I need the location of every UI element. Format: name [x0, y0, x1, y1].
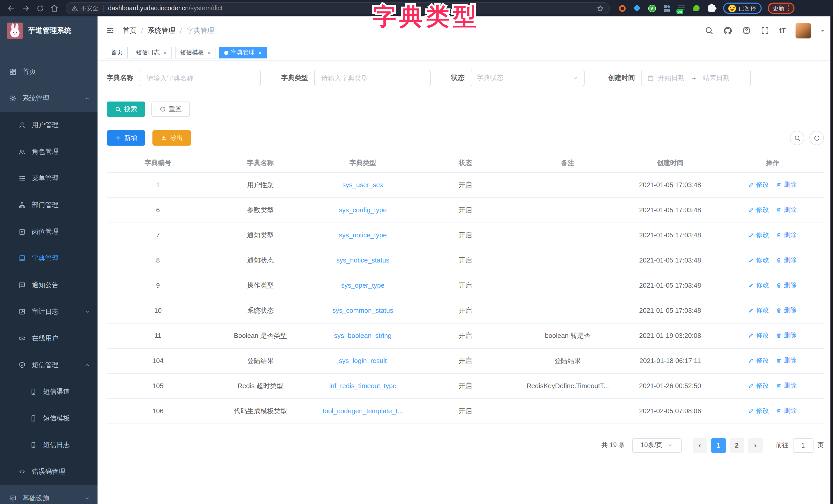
dict-type-link[interactable]: sys_boolean_string	[334, 332, 391, 339]
delete-link[interactable]: 删除	[776, 281, 796, 290]
dict-type-link[interactable]: sys_login_result	[339, 357, 387, 364]
extension-green-v-icon[interactable]: v	[648, 4, 656, 12]
window-scrollbar[interactable]	[830, 17, 833, 504]
delete-link[interactable]: 删除	[776, 407, 796, 415]
extension-grid-icon[interactable]	[663, 4, 671, 12]
sidebar-item[interactable]: 菜单管理	[0, 165, 97, 192]
tab-item[interactable]: 短信模板×	[175, 47, 216, 58]
page-size-select[interactable]: 10条/页	[632, 438, 681, 452]
edit-link[interactable]: 修改	[748, 206, 769, 214]
tab-item[interactable]: 短信日志×	[131, 47, 172, 58]
edit-link[interactable]: 修改	[748, 256, 769, 264]
dict-type-link[interactable]: sys_config_type	[312, 197, 414, 223]
delete-link[interactable]: 删除	[776, 180, 796, 189]
dict-type-link[interactable]: tool_codegen_template_t...	[323, 407, 403, 415]
export-button[interactable]: 导出	[152, 130, 191, 146]
edit-link[interactable]: 修改	[748, 381, 769, 390]
edit-link[interactable]: 修改	[748, 356, 769, 365]
sidebar-item[interactable]: 错误码管理	[0, 458, 97, 485]
dict-type-link[interactable]: tool_codegen_template_t...	[312, 398, 414, 424]
sidebar-item[interactable]: 短信日志	[0, 432, 97, 458]
sidebar-item[interactable]: 审计日志	[0, 298, 97, 325]
sidebar-item[interactable]: 字典管理	[0, 245, 97, 272]
browser-forward-icon[interactable]	[20, 2, 32, 14]
dict-type-link[interactable]: sys_oper_type	[312, 273, 414, 298]
next-page-button[interactable]: ›	[748, 438, 762, 452]
sidebar-item[interactable]: 岗位管理	[0, 219, 97, 245]
bookmark-star-icon[interactable]	[596, 4, 604, 12]
dict-type-link[interactable]: inf_redis_timeout_type	[312, 373, 414, 398]
address-bar[interactable]: 不安全 dashboard.yudao.iocoder.cn/system/di…	[66, 2, 610, 14]
breadcrumb-system[interactable]: 系统管理	[148, 26, 175, 35]
font-size-icon[interactable]: tT	[779, 27, 786, 34]
site-security-warning[interactable]: 不安全	[71, 4, 98, 12]
dict-type-link[interactable]: sys_config_type	[339, 206, 387, 214]
edit-link[interactable]: 修改	[748, 281, 769, 290]
browser-home-icon[interactable]	[48, 2, 61, 14]
edit-link[interactable]: 修改	[748, 331, 769, 340]
app-logo-row[interactable]: 芋道管理系统	[0, 17, 97, 45]
status-select[interactable]: 字典状态	[471, 70, 585, 86]
delete-link[interactable]: 删除	[776, 331, 796, 340]
close-icon[interactable]: ×	[258, 49, 262, 56]
dict-type-input[interactable]	[320, 74, 425, 82]
show-search-toggle-icon[interactable]	[790, 131, 804, 145]
sidebar-item[interactable]: 系统管理	[0, 85, 97, 112]
browser-back-icon[interactable]	[5, 2, 18, 14]
delete-link[interactable]: 删除	[776, 381, 796, 390]
dict-type-link[interactable]: inf_redis_timeout_type	[329, 382, 397, 390]
paused-extension-pill[interactable]: 已暂停	[723, 3, 761, 14]
sidebar-toggle-icon[interactable]	[106, 26, 115, 35]
header-search-icon[interactable]	[705, 26, 714, 35]
sidebar-item[interactable]: 基础设施	[0, 485, 97, 504]
breadcrumb-home[interactable]: 首页	[123, 26, 137, 35]
fullscreen-icon[interactable]	[761, 26, 770, 35]
dict-type-link[interactable]: sys_common_status	[332, 307, 393, 314]
edit-link[interactable]: 修改	[748, 231, 769, 240]
dict-type-link[interactable]: sys_login_result	[312, 348, 414, 373]
sidebar-item[interactable]: 在线用户	[0, 325, 97, 352]
sidebar-item[interactable]: 短信渠道	[0, 378, 97, 405]
dict-type-link[interactable]: sys_user_sex	[342, 181, 383, 189]
dict-name-input[interactable]	[146, 74, 255, 82]
browser-update-button[interactable]: 更新	[767, 3, 794, 14]
sidebar-item[interactable]: 短信模板	[0, 405, 97, 432]
tab-active[interactable]: 字典管理×	[219, 47, 267, 58]
sidebar-item[interactable]: 角色管理	[0, 138, 97, 165]
edit-link[interactable]: 修改	[748, 306, 769, 315]
refresh-table-icon[interactable]	[809, 131, 824, 145]
close-icon[interactable]: ×	[207, 49, 211, 56]
delete-link[interactable]: 删除	[776, 356, 796, 365]
tab-item[interactable]: 首页	[106, 47, 128, 58]
help-icon[interactable]	[742, 26, 751, 35]
dict-type-link[interactable]: sys_boolean_string	[312, 323, 414, 348]
delete-link[interactable]: 删除	[776, 256, 796, 264]
delete-link[interactable]: 删除	[776, 306, 796, 315]
avatar-caret-down-icon[interactable]	[821, 29, 825, 33]
browser-reload-icon[interactable]	[34, 2, 46, 14]
sidebar-item[interactable]: 部门管理	[0, 192, 97, 219]
add-button[interactable]: 新增	[107, 130, 145, 146]
prev-page-button[interactable]: ‹	[693, 438, 707, 452]
browser-menu-icon[interactable]	[788, 5, 789, 11]
search-button[interactable]: 搜索	[107, 102, 145, 117]
dict-type-link[interactable]: sys_notice_status	[336, 256, 389, 264]
extension-gem-icon[interactable]	[633, 4, 641, 12]
delete-link[interactable]: 删除	[776, 231, 796, 240]
sidebar-item[interactable]: 首页	[0, 58, 97, 85]
page-button-1[interactable]: 1	[711, 438, 725, 452]
github-icon[interactable]	[723, 26, 733, 35]
dict-type-link[interactable]: sys_notice_type	[339, 231, 387, 239]
reset-button[interactable]: 重置	[151, 102, 190, 117]
date-range-picker[interactable]: 开始日期 ~ 结束日期	[641, 70, 751, 86]
page-button-2[interactable]: 2	[730, 438, 744, 452]
delete-link[interactable]: 删除	[776, 206, 796, 214]
dict-type-link[interactable]: sys_oper_type	[341, 281, 384, 289]
edit-link[interactable]: 修改	[748, 180, 769, 189]
close-icon[interactable]: ×	[163, 49, 167, 56]
sidebar-item[interactable]: 短信管理	[0, 352, 97, 378]
dict-type-link[interactable]: sys_common_status	[312, 298, 414, 323]
edit-link[interactable]: 修改	[748, 407, 769, 415]
extension-on-badge-icon[interactable]: on	[677, 4, 686, 12]
sidebar-item[interactable]: 用户管理	[0, 112, 97, 138]
